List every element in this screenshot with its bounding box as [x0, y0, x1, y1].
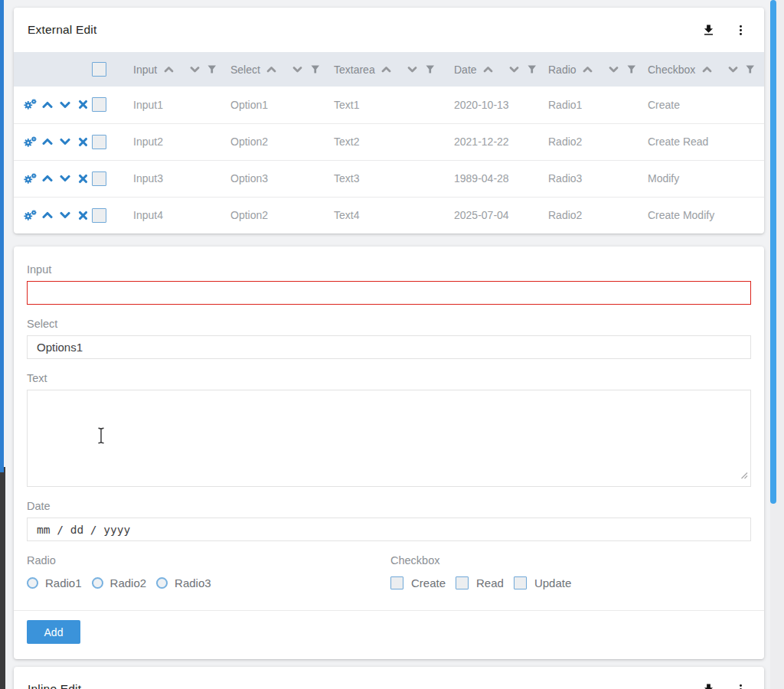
- checkbox-option-update[interactable]: Update: [514, 576, 571, 589]
- kebab-menu-icon[interactable]: [730, 20, 750, 40]
- row-move-down-icon[interactable]: [58, 171, 72, 185]
- row-settings-icon[interactable]: [23, 98, 37, 112]
- radio-icon[interactable]: [92, 577, 103, 589]
- checkbox-icon[interactable]: [390, 576, 403, 589]
- card-title: Inline Edit: [28, 682, 698, 689]
- textarea-resize-handle-icon[interactable]: [740, 469, 748, 482]
- row-move-down-icon[interactable]: [58, 208, 72, 222]
- add-button[interactable]: Add: [27, 620, 80, 644]
- input-field[interactable]: [27, 281, 751, 305]
- row-delete-icon[interactable]: [76, 98, 90, 112]
- table-header-row: Input Select Textarea: [14, 52, 764, 87]
- radio-icon[interactable]: [27, 577, 38, 589]
- cell-input: Input1: [127, 87, 224, 123]
- sort-desc-icon[interactable]: [407, 65, 418, 74]
- checkbox-icon[interactable]: [456, 576, 469, 589]
- cell-select: Option1: [224, 87, 328, 123]
- row-move-up-icon[interactable]: [41, 208, 54, 222]
- window-edge-strip-dark: [0, 467, 5, 689]
- row-delete-icon[interactable]: [76, 208, 90, 222]
- select-label: Select: [27, 317, 751, 331]
- sort-desc-icon[interactable]: [189, 65, 200, 74]
- cell-input: Input3: [127, 160, 224, 197]
- row-checkbox[interactable]: [92, 135, 106, 149]
- text-field[interactable]: [27, 390, 751, 487]
- cell-select: Option2: [224, 123, 328, 160]
- sort-asc-icon[interactable]: [266, 65, 277, 74]
- row-checkbox[interactable]: [92, 208, 106, 223]
- sort-desc-icon[interactable]: [609, 65, 619, 74]
- filter-icon[interactable]: [627, 65, 636, 73]
- cell-select: Option3: [224, 160, 328, 197]
- date-label: Date: [27, 499, 751, 513]
- radio-group-label: Radio: [27, 553, 390, 567]
- sort-desc-icon[interactable]: [509, 65, 520, 74]
- cell-select: Option2: [224, 197, 328, 233]
- row-settings-icon[interactable]: [23, 135, 37, 149]
- row-checkbox[interactable]: [92, 97, 106, 112]
- radio-option-radio3[interactable]: Radio3: [156, 576, 211, 589]
- column-header-input: Input: [127, 52, 224, 87]
- cell-checkbox: Create Read: [642, 123, 764, 160]
- row-delete-icon[interactable]: [76, 135, 90, 149]
- row-move-down-icon[interactable]: [58, 98, 72, 112]
- cell-date: 2020-10-13: [448, 87, 542, 123]
- filter-icon[interactable]: [426, 65, 435, 73]
- inline-edit-header: Inline Edit: [14, 667, 764, 689]
- sort-asc-icon[interactable]: [163, 65, 174, 74]
- cell-date: 2025-07-04: [448, 197, 542, 233]
- filter-icon[interactable]: [311, 65, 320, 73]
- table-row: Input1 Option1 Text1 2020-10-13 Radio1 C…: [14, 87, 764, 123]
- row-move-up-icon[interactable]: [41, 98, 54, 112]
- checkbox-option-create[interactable]: Create: [390, 576, 446, 589]
- column-header-checkbox: Checkbox: [642, 52, 764, 87]
- cell-textarea: Text2: [328, 123, 448, 160]
- table-row: Input2 Option2 Text2 2021-12-22 Radio2 C…: [14, 123, 764, 160]
- cell-date: 2021-12-22: [448, 123, 542, 160]
- sort-desc-icon[interactable]: [292, 65, 303, 74]
- date-field[interactable]: [27, 518, 751, 541]
- page-scrollbar-thumb[interactable]: [770, 0, 776, 504]
- window-edge-strip-blue: [0, 0, 4, 472]
- sort-desc-icon[interactable]: [727, 65, 738, 74]
- external-edit-card: External Edit Input Sel: [14, 8, 764, 233]
- checkbox-option-read[interactable]: Read: [456, 576, 504, 589]
- sort-asc-icon[interactable]: [583, 65, 593, 74]
- sort-asc-icon[interactable]: [483, 65, 494, 74]
- row-checkbox[interactable]: [92, 171, 106, 186]
- row-settings-icon[interactable]: [23, 171, 37, 185]
- filter-icon[interactable]: [746, 65, 755, 73]
- kebab-menu-icon[interactable]: [730, 679, 750, 689]
- page-scrollbar-track[interactable]: [770, 0, 784, 689]
- download-icon[interactable]: [698, 20, 718, 40]
- radio-option-radio2[interactable]: Radio2: [92, 576, 147, 589]
- cell-textarea: Text3: [328, 160, 448, 197]
- row-move-up-icon[interactable]: [41, 135, 54, 149]
- page-content: External Edit Input Sel: [14, 8, 764, 689]
- card-title: External Edit: [28, 23, 698, 37]
- checkbox-icon[interactable]: [514, 576, 527, 589]
- table-row: Input4 Option2 Text4 2025-07-04 Radio2 C…: [14, 197, 764, 233]
- row-move-down-icon[interactable]: [58, 135, 72, 149]
- cell-date: 1989-04-28: [448, 160, 542, 197]
- filter-icon[interactable]: [207, 65, 217, 73]
- cell-radio: Radio2: [542, 197, 642, 233]
- row-move-up-icon[interactable]: [41, 171, 54, 185]
- radio-option-radio1[interactable]: Radio1: [27, 576, 82, 589]
- column-header-date: Date: [448, 52, 542, 87]
- select-all-checkbox[interactable]: [92, 62, 106, 77]
- cell-checkbox: Create Modify: [642, 197, 764, 233]
- inline-edit-card: Inline Edit: [14, 667, 764, 689]
- download-icon[interactable]: [698, 679, 718, 689]
- select-field[interactable]: Options1: [27, 335, 751, 359]
- filter-icon[interactable]: [528, 65, 537, 73]
- sort-asc-icon[interactable]: [381, 65, 392, 74]
- cell-input: Input2: [127, 123, 224, 160]
- cell-input: Input4: [127, 197, 224, 233]
- radio-icon[interactable]: [156, 577, 168, 589]
- row-delete-icon[interactable]: [76, 171, 90, 185]
- sort-asc-icon[interactable]: [701, 65, 712, 74]
- input-label: Input: [27, 263, 751, 276]
- row-settings-icon[interactable]: [23, 208, 37, 222]
- cell-radio: Radio2: [542, 123, 642, 160]
